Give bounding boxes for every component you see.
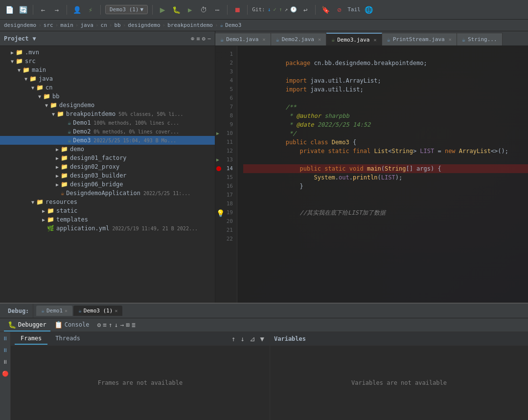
sidebar-settings-icon[interactable]: ⚙	[202, 35, 206, 42]
stop-icon[interactable]: ⏹	[232, 4, 243, 15]
breadcrumb-designdemo[interactable]: designdemo	[4, 22, 36, 28]
debug-session-demo1-icon: ☕	[41, 308, 45, 314]
sync-icon[interactable]: 🔄	[18, 4, 28, 15]
tab-demo3[interactable]: ☕ Demo3.java ✕	[326, 33, 382, 45]
tree-item-app[interactable]: ▶ ☕ DesigndemoApplication 2022/5/25 11:.…	[0, 189, 215, 198]
tab-string[interactable]: ☕ String...	[457, 33, 503, 45]
breadcrumb-main[interactable]: main	[60, 22, 73, 28]
tab-demo1[interactable]: ☕ Demo1.java ✕	[215, 33, 271, 45]
git-clock-icon[interactable]: 🕐	[290, 6, 297, 13]
demo1-meta: 100% methods, 100% lines c...	[93, 120, 179, 126]
demo1-tab-close[interactable]: ✕	[262, 37, 265, 42]
editor-content[interactable]: 1 2 3 4 5 6 7 8 9 ▶ 10 11 12 ▶	[215, 46, 528, 303]
debug-restore-icon[interactable]: ↑	[109, 321, 113, 329]
debug-export-icon[interactable]: →	[120, 321, 124, 329]
tree-item-cn[interactable]: ▼ 📁 cn	[0, 83, 215, 92]
profiler-icon[interactable]: ⏱	[198, 4, 209, 15]
tree-item-breakpointdemo[interactable]: ▼ 📁 breakpointdemo 50% classes, 50% li..…	[0, 110, 215, 118]
demo-config-button[interactable]: Demo3 (1) ▼	[105, 5, 148, 14]
tree-item-templates[interactable]: ▶ 📁 templates	[0, 215, 215, 224]
tree-item-designdemo[interactable]: ▼ 📁 designdemo	[0, 101, 215, 110]
demo2-tab-close[interactable]: ✕	[318, 37, 321, 42]
tree-item-resources[interactable]: ▼ 📁 resources	[0, 198, 215, 206]
vcs-icon[interactable]: 👤	[71, 4, 82, 15]
frame-down-icon[interactable]: ↓	[239, 334, 246, 344]
git-check-icon[interactable]: ✓	[273, 6, 276, 13]
tree-item-src[interactable]: ▼ 📁 src	[0, 57, 215, 66]
breadcrumb-bb[interactable]: bb	[114, 22, 120, 28]
back-icon[interactable]: ←	[38, 4, 48, 15]
run-arrow-10: ▶	[216, 129, 219, 138]
frame-filter-icon[interactable]: ⊿	[248, 334, 257, 344]
tab-demo2[interactable]: ☕ Demo2.java ✕	[271, 33, 327, 45]
coverage-icon[interactable]: ▶	[184, 4, 195, 15]
sidebar-sync-icon[interactable]: ⊕	[191, 35, 194, 42]
debug-step-over-icon[interactable]: ⏸	[1, 334, 10, 343]
tree-item-design06[interactable]: ▶ 📁 design06_bridge	[0, 180, 215, 189]
tree-item-demo-folder[interactable]: ▶ 📁 demo	[0, 145, 215, 154]
debug-session-demo3[interactable]: ☕ Demo3 (1) ✕	[73, 306, 122, 316]
static-folder-icon: 📁	[47, 207, 54, 214]
tree-item-demo1[interactable]: ▶ ☕ Demo1 100% methods, 100% lines c...	[0, 118, 215, 127]
debug-layout-icon[interactable]: ≡	[103, 321, 107, 329]
demo3-meta: 2022/5/25 15:04, 493 B Mo...	[93, 138, 176, 143]
git-fetch-icon[interactable]: ↓	[268, 6, 271, 13]
debug-step-into-icon[interactable]: ⏸	[1, 346, 10, 354]
tree-item-design01[interactable]: ▶ 📁 design01_factory	[0, 154, 215, 162]
debug-extra-icon2[interactable]: ≣	[132, 321, 136, 329]
debug-tab-debugger[interactable]: 🐛 Debugger	[4, 319, 50, 332]
debug-resume-icon[interactable]: 🔴	[1, 369, 10, 378]
tree-item-design02[interactable]: ▶ 📁 design02_proxy	[0, 162, 215, 171]
debug-expand-icon[interactable]: ↓	[115, 321, 118, 329]
code-lines: package cn.bb.designdemo.breakpointdemo;…	[237, 46, 528, 303]
sidebar-collapse-icon[interactable]: ≡	[196, 35, 200, 42]
git-area: Git: ↓ ✓ ↑ ↗ 🕐	[252, 6, 297, 13]
breadcrumb-sep-1: ›	[38, 22, 42, 28]
tree-item-demo3[interactable]: ▶ ☕ Demo3 2022/5/25 15:04, 493 B Mo...	[0, 136, 215, 145]
breadcrumb-src[interactable]: src	[44, 22, 53, 28]
breakpoint-14[interactable]	[216, 166, 221, 171]
demo3-tab-close[interactable]: ✕	[373, 37, 376, 43]
debug-extra-icon1[interactable]: ⊞	[126, 321, 130, 329]
sidebar-close-icon[interactable]: −	[207, 35, 211, 42]
git-history-icon[interactable]: ↗	[285, 6, 288, 13]
debug-session-demo3-close[interactable]: ✕	[115, 308, 117, 313]
breadcrumb-designdemo2[interactable]: designdemo	[128, 22, 160, 28]
git-push-icon[interactable]: ↑	[279, 6, 282, 13]
debug-tab-console[interactable]: 📋 Console	[50, 319, 93, 332]
printstream-tab-close[interactable]: ✕	[449, 37, 452, 42]
run-icon[interactable]: ▶	[157, 4, 168, 15]
debug-run-icon[interactable]: 🐛	[171, 4, 182, 15]
terminal-icon[interactable]: ⊘	[334, 4, 344, 15]
breadcrumb-cn[interactable]: cn	[101, 22, 107, 28]
debug-step-out-icon[interactable]: ⏸	[1, 357, 10, 366]
frames-subtab[interactable]: Frames	[15, 333, 47, 345]
tree-item-design03[interactable]: ▶ 📁 design03_builder	[0, 171, 215, 180]
tree-item-bb[interactable]: ▼ 📁 bb	[0, 92, 215, 101]
breadcrumb-breakpointdemo[interactable]: breakpointdemo	[167, 22, 213, 28]
code-area: 1 2 3 4 5 6 7 8 9 ▶ 10 11 12 ▶	[215, 46, 528, 303]
breadcrumb-java[interactable]: java	[80, 22, 93, 28]
tree-item-yml[interactable]: ▶ 🌿 application.yml 2022/5/19 11:49, 21 …	[0, 224, 215, 233]
analyze-icon[interactable]: ⚡	[85, 4, 96, 15]
threads-subtab[interactable]: Threads	[49, 333, 86, 345]
tree-item-main[interactable]: ▼ 📁 main	[0, 66, 215, 74]
tree-item-mvn[interactable]: ▶ 📁 .mvn	[0, 48, 215, 57]
tree-item-demo2[interactable]: ▶ ☕ Demo2 0% methods, 0% lines cover...	[0, 127, 215, 136]
sidebar-dropdown-arrow[interactable]: ▼	[33, 35, 36, 42]
frame-more-icon[interactable]: ▼	[259, 334, 266, 344]
debug-session-demo1[interactable]: ☕ Demo1 ✕	[36, 306, 72, 316]
tab-printstream[interactable]: ☕ PrintStream.java ✕	[382, 33, 457, 45]
forward-icon[interactable]: →	[51, 4, 62, 15]
more-run-icon[interactable]: ⋯	[212, 4, 223, 15]
tree-item-java[interactable]: ▼ 📁 java	[0, 74, 215, 83]
tree-item-static[interactable]: ▶ 📁 static	[0, 206, 215, 215]
ln-11: 11	[215, 138, 237, 147]
new-file-icon[interactable]: 📄	[4, 4, 15, 15]
bookmark-icon[interactable]: 🔖	[320, 4, 331, 15]
debug-settings-icon[interactable]: ⚙	[97, 321, 101, 329]
frame-up-icon[interactable]: ↑	[230, 334, 237, 344]
translate-icon[interactable]: 🌐	[364, 4, 374, 15]
undo-icon[interactable]: ↩	[300, 4, 311, 15]
debug-session-demo1-close[interactable]: ✕	[65, 308, 68, 313]
